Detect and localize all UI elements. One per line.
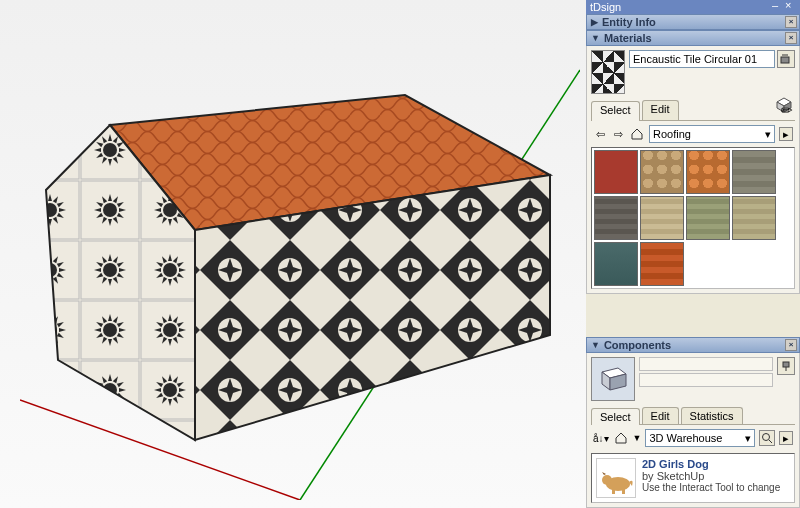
svg-line-16 <box>769 440 772 443</box>
dog-icon <box>598 460 634 496</box>
swatch[interactable] <box>686 196 730 240</box>
panel-title: Entity Info <box>602 16 656 28</box>
sidebar: tDsign – × ▶ Entity Info × ▼ Materials × <box>586 0 800 508</box>
components-panel: Select Edit Statistics å↓▾ ▼ 3D Warehous… <box>586 353 800 508</box>
panel-materials-header[interactable]: ▼ Materials × <box>586 30 800 46</box>
component-name-field[interactable] <box>639 357 773 371</box>
materials-tabs: Select Edit ✎ <box>591 100 795 121</box>
chevron-down-icon: ▾ <box>765 128 771 141</box>
swatch[interactable] <box>594 242 638 286</box>
expand-icon: ▼ <box>591 33 600 43</box>
home-button[interactable] <box>629 126 645 142</box>
svg-rect-6 <box>781 57 789 63</box>
minimize-icon[interactable]: – <box>772 1 783 12</box>
nav-hint: å↓▾ <box>593 433 609 444</box>
swatch[interactable] <box>640 150 684 194</box>
swatch[interactable] <box>732 196 776 240</box>
back-button[interactable]: ⇦ <box>593 127 607 141</box>
material-name-input[interactable] <box>629 50 775 68</box>
paint-bucket-icon <box>779 52 793 66</box>
component-author: by SketchUp <box>642 470 790 482</box>
swatch[interactable] <box>640 242 684 286</box>
library-select[interactable]: Roofing ▾ <box>649 125 775 143</box>
details-button[interactable]: ▸ <box>779 431 793 445</box>
collapse-icon: ▶ <box>591 17 598 27</box>
home-icon <box>630 127 644 141</box>
panel-components-header[interactable]: ▼ Components × <box>586 337 800 353</box>
home-button[interactable] <box>613 430 629 446</box>
svg-point-18 <box>602 475 612 485</box>
close-icon[interactable]: × <box>785 339 797 351</box>
component-info: 2D Girls Dog by SketchUp Use the Interac… <box>642 458 790 498</box>
chevron-down-icon: ▾ <box>745 432 751 445</box>
panel-title: Components <box>604 339 671 351</box>
library-name: 3D Warehouse <box>649 432 722 444</box>
expand-icon: ▼ <box>591 340 600 350</box>
box-icon <box>596 362 630 396</box>
component-preview[interactable] <box>591 357 635 401</box>
chevron-down-icon[interactable]: ▼ <box>633 433 642 443</box>
swatch[interactable] <box>594 150 638 194</box>
component-pin-button[interactable] <box>777 357 795 375</box>
search-button[interactable] <box>759 430 775 446</box>
component-desc-field[interactable] <box>639 373 773 387</box>
component-list: 2D Girls Dog by SketchUp Use the Interac… <box>591 453 795 503</box>
panel-entity-info-header[interactable]: ▶ Entity Info × <box>586 14 800 30</box>
components-nav: å↓▾ ▼ 3D Warehouse ▾ ▸ <box>591 425 795 451</box>
swatch[interactable] <box>686 150 730 194</box>
close-icon[interactable]: × <box>785 16 797 28</box>
component-title[interactable]: 2D Girls Dog <box>642 458 790 470</box>
svg-rect-19 <box>612 487 615 494</box>
viewport-3d[interactable] <box>0 0 586 508</box>
svg-point-15 <box>763 434 770 441</box>
component-thumbnail[interactable] <box>596 458 636 498</box>
close-icon[interactable]: × <box>785 1 796 12</box>
material-swatches <box>591 147 795 289</box>
materials-panel: Select Edit ✎ ⇦ ⇨ Roofing ▾ ▸ <box>586 46 800 294</box>
tab-select[interactable]: Select <box>591 101 640 121</box>
swatch[interactable] <box>640 196 684 240</box>
pin-icon <box>780 360 792 372</box>
material-preview[interactable] <box>591 50 625 94</box>
library-name: Roofing <box>653 128 691 140</box>
library-nav: ⇦ ⇨ Roofing ▾ ▸ <box>591 121 795 147</box>
svg-rect-20 <box>622 487 625 494</box>
swatch[interactable] <box>732 150 776 194</box>
model-box[interactable] <box>20 60 580 500</box>
tab-edit[interactable]: Edit <box>642 100 679 120</box>
create-material-button[interactable] <box>777 50 795 68</box>
swatch[interactable] <box>594 196 638 240</box>
search-icon <box>761 432 773 444</box>
window-title-bar: tDsign – × <box>586 0 800 14</box>
close-icon[interactable]: × <box>785 32 797 44</box>
details-button[interactable]: ▸ <box>779 127 793 141</box>
window-title: tDsign <box>590 1 621 13</box>
forward-button[interactable]: ⇨ <box>611 127 625 141</box>
component-description: Use the Interact Tool to change <box>642 482 790 493</box>
home-icon <box>614 431 628 445</box>
components-tabs: Select Edit Statistics <box>591 407 795 425</box>
panel-title: Materials <box>604 32 652 44</box>
tab-statistics[interactable]: Statistics <box>681 407 743 424</box>
tab-edit[interactable]: Edit <box>642 407 679 424</box>
components-library-select[interactable]: 3D Warehouse ▾ <box>645 429 755 447</box>
svg-rect-13 <box>783 362 789 367</box>
tab-select[interactable]: Select <box>591 408 640 425</box>
